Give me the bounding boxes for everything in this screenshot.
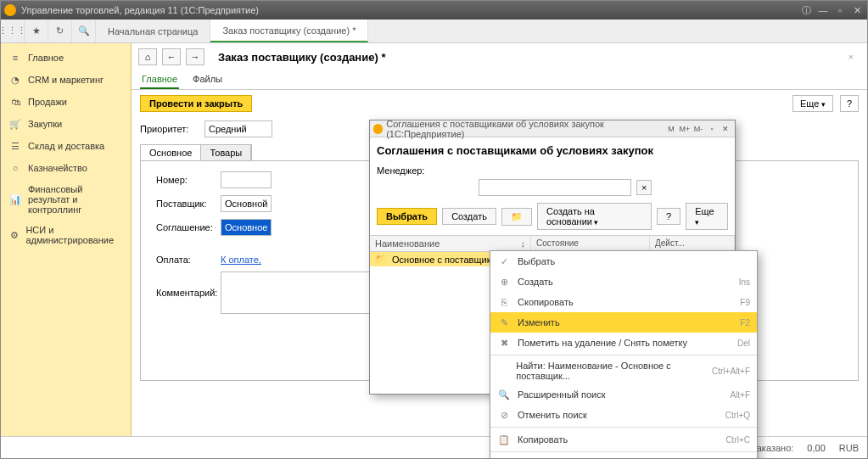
doc-tab-main[interactable]: Главное [140, 70, 179, 89]
sidebar-label: Главное [28, 53, 64, 63]
apps-icon[interactable]: ⋮⋮⋮ [1, 20, 25, 42]
sidebar-item-nsi[interactable]: ⚙НСИ и администрирование [1, 220, 131, 250]
copy-icon: ⎘ [497, 295, 511, 309]
sys-icon[interactable]: ⓘ [799, 4, 813, 16]
ctx-adv-search[interactable]: 🔍Расширенный поискAlt+F [490, 384, 757, 405]
search-icon[interactable]: 🔍 [72, 20, 96, 42]
modal-m-button[interactable]: M [665, 123, 677, 135]
manager-input[interactable] [479, 179, 631, 196]
payment-link[interactable]: К оплате, [221, 255, 261, 265]
folder-icon: 📁 [375, 254, 387, 265]
tab-start[interactable]: Начальная страница [96, 20, 210, 42]
check-icon: ✓ [497, 255, 511, 268]
ctx-copy-clipboard[interactable]: 📋КопироватьCtrl+C [490, 429, 757, 450]
close-button[interactable]: ✕ [850, 4, 864, 16]
modal-app-icon [373, 124, 383, 134]
cart-icon: 🛒 [9, 118, 21, 130]
number-label: Номер: [156, 175, 214, 185]
grid-header: Наименование ↓ Состояние Дейст... [370, 235, 735, 252]
number-input[interactable] [221, 171, 272, 188]
save-close-button[interactable]: Провести и закрыть [140, 95, 252, 112]
ctx-find[interactable]: Найти: Наименование - Основное с поставщ… [490, 357, 757, 384]
forward-button[interactable]: → [186, 48, 204, 65]
window-title: Управление торговлей, редакция 11 (1С:Пр… [21, 5, 259, 15]
tab-order[interactable]: Заказ поставщику (создание) * [210, 20, 368, 42]
supplier-label: Поставщик: [156, 199, 214, 209]
sidebar-item-treasury[interactable]: ○Казначейство [1, 157, 131, 179]
sidebar-label: Закупки [28, 119, 62, 129]
modal-mplus-button[interactable]: M+ [679, 123, 691, 135]
col-name[interactable]: Наименование [375, 238, 440, 249]
ctx-create-based[interactable]: Создать на основании▸ [490, 454, 757, 459]
supplier-input[interactable] [221, 195, 272, 212]
cancel-search-icon: ⊘ [497, 408, 511, 422]
window-titlebar: Управление торговлей, редакция 11 (1С:Пр… [1, 1, 867, 20]
sidebar-label: Продажи [28, 97, 67, 107]
sidebar-label: НСИ и администрирование [25, 225, 122, 245]
history-icon[interactable]: ↻ [48, 20, 72, 42]
more-button[interactable]: Еще [792, 95, 833, 112]
context-menu: ✓Выбрать ⊕СоздатьIns ⎘СкопироватьF9 ✎Изм… [490, 250, 758, 459]
ctx-edit[interactable]: ✎ИзменитьF2 [490, 312, 757, 333]
sidebar-label: Казначейство [28, 163, 87, 173]
select-button[interactable]: Выбрать [377, 208, 437, 225]
payment-label: Оплата: [156, 255, 214, 265]
app-icon [4, 4, 16, 16]
close-doc-button[interactable]: × [842, 52, 860, 62]
create-based-button[interactable]: Создать на основании [537, 203, 652, 230]
ctx-select[interactable]: ✓Выбрать [490, 251, 757, 271]
subtab-main[interactable]: Основное [141, 145, 201, 160]
modal-close-button[interactable]: ✕ [720, 123, 731, 135]
back-button[interactable]: ← [162, 48, 181, 65]
ctx-create[interactable]: ⊕СоздатьIns [490, 271, 757, 292]
pencil-icon: ✎ [497, 316, 511, 329]
document-area: ⌂ ← → Заказ поставщику (создание) * × Гл… [132, 43, 867, 436]
priority-input[interactable] [204, 120, 272, 137]
maximize-button[interactable]: ▫ [833, 4, 847, 16]
comment-label: Комментарий: [156, 288, 214, 298]
sidebar-item-purchases[interactable]: 🛒Закупки [1, 113, 131, 135]
sidebar-item-finance[interactable]: 📊Финансовый результат и контроллинг [1, 179, 131, 220]
menu-icon: ≡ [9, 52, 21, 64]
agreement-input[interactable] [221, 219, 272, 236]
sidebar-item-sales[interactable]: 🛍Продажи [1, 91, 131, 113]
agreement-label: Соглашение: [156, 222, 214, 232]
ctx-cancel-search[interactable]: ⊘Отменить поискCtrl+Q [490, 405, 757, 425]
col-action[interactable]: Дейст... [650, 236, 735, 251]
help-button[interactable]: ? [840, 95, 859, 112]
ordered-value: 0,00 [807, 443, 825, 453]
create-group-button[interactable]: 📁 [501, 208, 532, 226]
circle-icon: ○ [9, 162, 21, 174]
search-icon: 🔍 [497, 388, 511, 401]
ctx-mark-delete[interactable]: ✖Пометить на удаление / Снять пометкуDel [490, 333, 757, 353]
minimize-button[interactable]: — [816, 4, 830, 16]
favorites-icon[interactable]: ★ [25, 20, 48, 42]
modal-help-button[interactable]: ? [657, 208, 680, 225]
home-button[interactable]: ⌂ [138, 48, 157, 65]
sidebar-item-main[interactable]: ≡Главное [1, 47, 131, 69]
modal-more-button[interactable]: Еще [686, 203, 728, 230]
nav-sidebar: ≡Главное ◔CRM и маркетинг 🛍Продажи 🛒Заку… [1, 43, 132, 436]
subtab-goods[interactable]: Товары [201, 145, 251, 160]
separator [490, 427, 757, 428]
col-state[interactable]: Состояние [531, 236, 650, 251]
doc-tab-files[interactable]: Файлы [191, 70, 224, 89]
priority-label: Приоритет: [140, 124, 198, 134]
modal-restore-button[interactable]: ▫ [706, 123, 718, 135]
clipboard-icon: 📋 [497, 433, 511, 446]
ctx-copy[interactable]: ⎘СкопироватьF9 [490, 292, 757, 312]
document-title: Заказ поставщику (создание) * [218, 51, 385, 64]
manager-label: Менеджер: [377, 165, 424, 176]
pie-icon: ◔ [9, 74, 21, 86]
modal-window-title: Соглашения с поставщиками об условиях за… [386, 119, 665, 139]
separator [490, 451, 757, 452]
manager-clear-button[interactable]: × [636, 180, 652, 195]
create-button[interactable]: Создать [442, 208, 496, 225]
modal-mminus-button[interactable]: M- [692, 123, 704, 135]
sidebar-item-crm[interactable]: ◔CRM и маркетинг [1, 69, 131, 91]
sidebar-label: Склад и доставка [28, 141, 104, 151]
currency-label: RUB [839, 443, 859, 453]
sidebar-item-warehouse[interactable]: ☰Склад и доставка [1, 135, 131, 157]
modal-title: Соглашения с поставщиками об условиях за… [370, 137, 735, 164]
plus-icon: ⊕ [497, 275, 511, 288]
